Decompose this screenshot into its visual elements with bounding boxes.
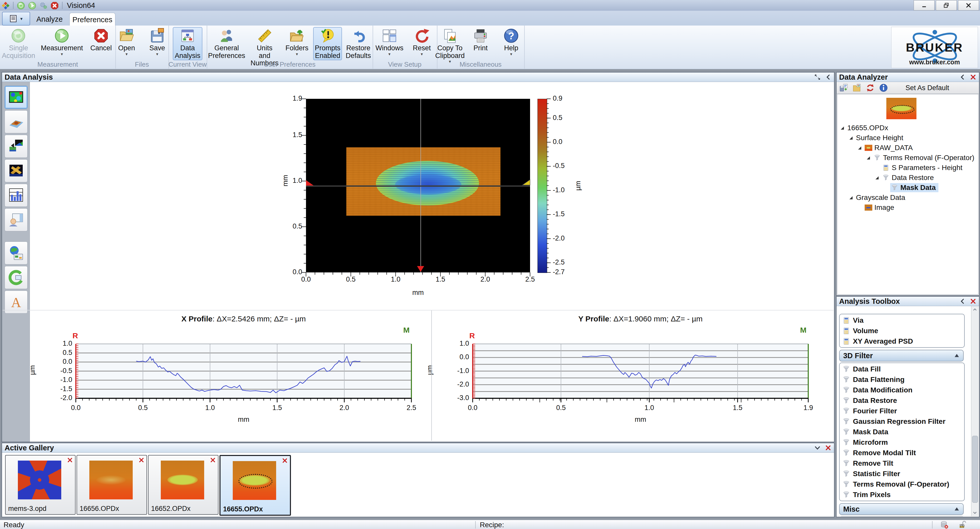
collapse-section-icon[interactable] (954, 506, 959, 512)
gallery-item-mems-3-opd[interactable]: mems-3.opd (5, 455, 76, 515)
tree-item-16655-opdx[interactable]: 16655.OPDx (837, 123, 978, 133)
toolbox-item-statistic-filter[interactable]: Statistic Filter (840, 468, 964, 479)
help-button[interactable]: ?Help▼ (497, 27, 525, 57)
toolbox-item-terms-removal-f-operator[interactable]: Terms Removal (F-Operator) (840, 479, 964, 489)
gallery-item-16655-opdx[interactable]: 16655.OPDx (220, 455, 291, 516)
collapse-panel-icon[interactable] (814, 445, 821, 451)
web-export-button[interactable] (5, 242, 27, 264)
toolbox-item-microform[interactable]: Microform (840, 437, 964, 448)
toolbox-item-data-fill[interactable]: Data Fill (840, 364, 964, 374)
report-view-button[interactable] (5, 208, 27, 231)
single-acquisition-button[interactable]: Single Acquisition (0, 27, 37, 60)
tree-item-raw-data[interactable]: RAW_DATA (837, 143, 978, 153)
collapse-section-icon[interactable] (954, 353, 959, 359)
toolbox-item-volume[interactable]: Volume (840, 325, 964, 336)
expand-panel-icon[interactable] (814, 74, 821, 80)
dataset-thumbnail[interactable] (886, 98, 916, 119)
expander-icon[interactable] (849, 195, 853, 200)
reset-button[interactable]: Reset▼ (407, 27, 436, 57)
collapse-panel-icon[interactable] (959, 74, 966, 80)
gallery-item-16652-opdx[interactable]: 16652.OPDx (148, 455, 218, 515)
cancel-button[interactable]: Cancel (87, 27, 115, 53)
app-menu-button[interactable]: ▼ (2, 12, 30, 25)
export-data-icon[interactable] (839, 83, 848, 92)
3d-model-view-button[interactable] (5, 159, 27, 182)
expander-icon[interactable] (866, 156, 870, 160)
close-icon[interactable] (67, 457, 73, 463)
open-button[interactable]: Open▼ (112, 27, 141, 57)
stop-icon[interactable] (50, 1, 59, 10)
restore-defaults-button[interactable]: Restore Defaults (344, 27, 372, 60)
folders-button[interactable]: Folders▼ (283, 27, 311, 57)
tree-item-surface-height[interactable]: Surface Height (837, 133, 978, 143)
database-error-icon[interactable] (940, 521, 948, 529)
tree-item-s-parameters-height[interactable]: S Parameters - Height (837, 163, 978, 172)
toolbox-item-remove-tilt[interactable]: Remove Tilt (840, 458, 964, 468)
measurement-button[interactable]: Measurement▼ (39, 27, 85, 57)
load-dataset-icon[interactable] (853, 83, 862, 92)
close-icon[interactable] (210, 457, 216, 463)
toolbox-item-remove-modal-tilt[interactable]: Remove Modal Tilt (840, 448, 964, 458)
tree-item-image[interactable]: Image (837, 202, 978, 212)
toolbox-item-trim-pixels[interactable]: Trim Pixels (840, 489, 964, 500)
scrollbar-thumb[interactable] (972, 436, 978, 503)
expander-icon[interactable] (875, 175, 879, 180)
toolbox-scrollbar[interactable] (971, 306, 978, 516)
close-panel-icon[interactable] (825, 445, 832, 451)
toolbox-item-gaussian-regression-filter[interactable]: Gaussian Regression Filter (840, 416, 964, 427)
copy-to-clipboard-button[interactable]: Copy To Clipboard▼ (436, 27, 464, 64)
close-panel-icon[interactable] (970, 298, 977, 304)
save-button[interactable]: Save▼ (143, 27, 172, 57)
minimize-button[interactable] (914, 0, 935, 11)
toolbox-section-3d-filter[interactable]: 3D Filter (839, 350, 964, 362)
run-icon[interactable] (28, 1, 37, 10)
toolbox-item-xy-averaged-psd[interactable]: XY Averaged PSD (840, 336, 964, 346)
collapse-panel-icon[interactable] (825, 74, 832, 80)
vision-app-icon[interactable] (1, 1, 10, 10)
print-button[interactable]: Print (466, 27, 495, 53)
tree-item-terms-removal-f-operator[interactable]: Terms Removal (F-Operator) (837, 153, 978, 163)
x-profile-measure-marker[interactable]: M (403, 326, 410, 335)
tab-analyze[interactable]: Analyze (33, 13, 66, 25)
prompts-enabled-button[interactable]: Prompts Enabled (313, 27, 342, 60)
tree-item-mask-data[interactable]: Mask Data (837, 183, 978, 193)
y-profile-reference-marker[interactable]: R (469, 331, 475, 340)
image-convert-view-button[interactable] (5, 135, 27, 158)
restore-button[interactable] (936, 0, 957, 11)
expander-icon[interactable] (857, 145, 862, 150)
data-recycle-button[interactable] (5, 266, 27, 289)
expander-icon[interactable] (849, 135, 853, 140)
set-as-default-button[interactable]: Set As Default (905, 84, 949, 92)
tab-preferences[interactable]: Preferences (69, 13, 115, 26)
toolbox-item-data-flattening[interactable]: Data Flattening (840, 374, 964, 385)
scroll-down-button[interactable] (972, 509, 978, 516)
tree-item-grayscale-data[interactable]: Grayscale Data (837, 193, 978, 202)
general-preferences-button[interactable]: General Preferences (207, 27, 247, 60)
toolbox-item-data-modification[interactable]: Data Modification (840, 385, 964, 395)
windows-button[interactable]: Windows▼ (373, 27, 406, 57)
toolbox-item-data-restore[interactable]: Data Restore (840, 395, 964, 406)
tree-item-data-restore[interactable]: Data Restore (837, 172, 978, 183)
refresh-icon[interactable] (865, 83, 875, 92)
toolbox-item-via[interactable]: Via (840, 315, 964, 325)
acquire-icon[interactable] (17, 1, 25, 10)
close-icon[interactable] (138, 457, 145, 463)
close-panel-icon[interactable] (970, 74, 977, 80)
close-icon[interactable] (282, 457, 288, 464)
collapse-panel-icon[interactable] (959, 298, 966, 304)
expander-icon[interactable] (840, 126, 845, 130)
data-analysis-button[interactable]: Data Analysis (173, 27, 203, 60)
x-profile-reference-marker[interactable]: R (73, 331, 78, 340)
y-profile-measure-marker[interactable]: M (800, 326, 807, 335)
histogram-view-button[interactable] (5, 184, 27, 207)
auto-run-icon[interactable] (39, 1, 48, 10)
topography-2d-view-button[interactable] (5, 86, 27, 109)
scroll-up-button[interactable] (972, 306, 978, 313)
3d-view-button[interactable] (5, 110, 27, 133)
toolbox-item-mask-data[interactable]: Mask Data (840, 427, 964, 437)
lock-open-icon[interactable] (959, 521, 967, 529)
gallery-item-16656-opdx[interactable]: 16656.OPDx (76, 455, 147, 515)
toolbox-item-fourier-filter[interactable]: Fourier Filter (840, 406, 964, 416)
toolbox-section-misc[interactable]: Misc (839, 503, 964, 515)
info-icon[interactable] (879, 83, 888, 92)
